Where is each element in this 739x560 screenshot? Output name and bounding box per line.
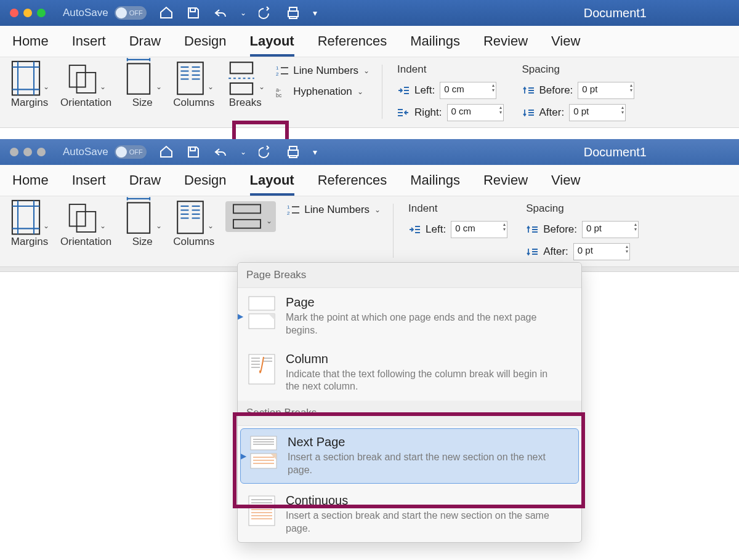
spacing-before-input[interactable]: 0 pt▴▾ bbox=[582, 221, 639, 238]
orientation-button[interactable]: ⌄ Orientation bbox=[57, 201, 115, 248]
menu-item-description: Mark the point at which one page ends an… bbox=[286, 311, 551, 337]
svg-rect-20 bbox=[230, 62, 252, 73]
spinner-icon[interactable]: ▴▾ bbox=[634, 222, 637, 232]
margins-button[interactable]: ⌄ Margins bbox=[6, 62, 53, 109]
spacing-after-input[interactable]: 0 pt▴▾ bbox=[573, 243, 630, 260]
quick-access-toolbar: ⌄ ▾ bbox=[159, 6, 317, 20]
spinner-icon[interactable]: ▴▾ bbox=[503, 222, 506, 232]
menu-item-title: Continuous bbox=[286, 494, 551, 508]
breaks-button[interactable]: ⌄ Breaks bbox=[222, 62, 269, 109]
svg-rect-50 bbox=[233, 220, 260, 228]
spinner-icon[interactable]: ▴▾ bbox=[621, 105, 624, 115]
line-numbers-button[interactable]: 12 Line Numbers⌄ bbox=[272, 62, 373, 79]
minimize-window-button[interactable] bbox=[23, 148, 32, 156]
tab-draw[interactable]: Draw bbox=[129, 172, 161, 196]
chevron-down-icon: ⌄ bbox=[357, 87, 363, 96]
indent-right-label: Right: bbox=[414, 106, 442, 119]
size-icon bbox=[123, 196, 155, 238]
home-icon[interactable] bbox=[159, 145, 174, 159]
customize-qat-icon[interactable]: ▾ bbox=[313, 147, 317, 157]
minimize-window-button[interactable] bbox=[23, 9, 32, 17]
spacing-before-icon bbox=[522, 86, 535, 95]
indent-right-input[interactable]: 0 cm▴▾ bbox=[447, 104, 504, 121]
close-window-button[interactable] bbox=[10, 9, 18, 17]
columns-button[interactable]: ⌄ Columns bbox=[169, 62, 218, 109]
titlebar: AutoSave OFF ⌄ ▾ Document1 bbox=[0, 0, 739, 26]
titlebar: AutoSave OFF ⌄ ▾ Document1 bbox=[0, 139, 739, 165]
continuous-thumb-icon bbox=[246, 494, 277, 528]
columns-button[interactable]: ⌄ Columns bbox=[169, 201, 218, 248]
tab-references[interactable]: References bbox=[318, 172, 387, 196]
ribbon: ⌄ Margins ⌄ Orientation ⌄ Size ⌄ Columns… bbox=[0, 57, 739, 128]
tab-layout[interactable]: Layout bbox=[250, 172, 294, 196]
redo-icon[interactable] bbox=[259, 145, 273, 159]
svg-rect-74 bbox=[249, 496, 275, 526]
maximize-window-button[interactable] bbox=[37, 9, 46, 17]
page-break-item[interactable]: ▶ Page Mark the point at which one page … bbox=[238, 288, 581, 345]
spinner-icon[interactable]: ▴▾ bbox=[492, 83, 495, 93]
spacing-before-icon bbox=[526, 225, 538, 234]
breaks-button-pressed[interactable]: ⌄ bbox=[222, 201, 280, 232]
print-icon[interactable] bbox=[286, 145, 301, 159]
indent-left-input[interactable]: 0 cm▴▾ bbox=[451, 221, 507, 238]
tab-insert[interactable]: Insert bbox=[72, 33, 106, 57]
autosave: AutoSave OFF bbox=[63, 6, 147, 20]
spinner-icon[interactable]: ▴▾ bbox=[499, 105, 502, 115]
line-numbers-button[interactable]: 12 Line Numbers⌄ bbox=[283, 201, 384, 218]
breaks-dropdown: Page Breaks ▶ Page Mark the point at whi… bbox=[237, 262, 582, 543]
spacing-before-input[interactable]: 0 pt▴▾ bbox=[578, 82, 634, 99]
margins-button[interactable]: ⌄ Margins bbox=[6, 201, 53, 248]
tab-review[interactable]: Review bbox=[483, 172, 528, 196]
autosave-toggle[interactable]: OFF bbox=[115, 145, 147, 159]
indent-header: Indent bbox=[408, 202, 507, 215]
spinner-icon[interactable]: ▴▾ bbox=[626, 244, 628, 254]
undo-chevron-icon[interactable]: ⌄ bbox=[240, 148, 246, 156]
tab-view[interactable]: View bbox=[551, 33, 580, 57]
close-window-button[interactable] bbox=[10, 148, 18, 156]
window-controls bbox=[10, 148, 46, 156]
spacing-after-input[interactable]: 0 pt▴▾ bbox=[569, 104, 626, 121]
undo-icon[interactable] bbox=[213, 6, 228, 20]
tab-design[interactable]: Design bbox=[184, 172, 226, 196]
window-controls bbox=[10, 9, 46, 17]
spinner-icon[interactable]: ▴▾ bbox=[630, 83, 632, 93]
tab-insert[interactable]: Insert bbox=[72, 172, 106, 196]
svg-rect-65 bbox=[251, 436, 277, 450]
customize-qat-icon[interactable]: ▾ bbox=[313, 8, 317, 18]
home-icon[interactable] bbox=[159, 6, 174, 20]
indent-left-input[interactable]: 0 cm▴▾ bbox=[440, 82, 496, 99]
autosave-label: AutoSave bbox=[63, 146, 108, 158]
save-icon[interactable] bbox=[186, 6, 201, 20]
size-button[interactable]: ⌄ Size bbox=[119, 201, 166, 248]
svg-rect-5 bbox=[69, 65, 85, 87]
tab-references[interactable]: References bbox=[318, 33, 387, 57]
next-page-section-break-item[interactable]: ▶ Next Page Insert a section break and s… bbox=[240, 428, 579, 484]
tab-view[interactable]: View bbox=[551, 172, 580, 196]
column-break-item[interactable]: Column Indicate that the text following … bbox=[238, 345, 581, 401]
indent-left-icon bbox=[408, 225, 421, 234]
tab-layout[interactable]: Layout bbox=[250, 33, 294, 57]
undo-icon[interactable] bbox=[213, 145, 228, 159]
spacing-after-label: After: bbox=[539, 106, 565, 119]
svg-rect-34 bbox=[69, 204, 85, 226]
orientation-button[interactable]: ⌄ Orientation bbox=[57, 62, 115, 109]
tab-home[interactable]: Home bbox=[12, 33, 49, 57]
tab-mailings[interactable]: Mailings bbox=[410, 33, 460, 57]
autosave-toggle[interactable]: OFF bbox=[115, 6, 147, 20]
print-icon[interactable] bbox=[286, 6, 301, 20]
tab-mailings[interactable]: Mailings bbox=[410, 172, 460, 196]
ribbon-tabs: Home Insert Draw Design Layout Reference… bbox=[0, 165, 739, 196]
size-button[interactable]: ⌄ Size bbox=[119, 62, 166, 109]
tab-home[interactable]: Home bbox=[12, 172, 49, 196]
maximize-window-button[interactable] bbox=[37, 148, 46, 156]
tab-draw[interactable]: Draw bbox=[129, 33, 161, 57]
save-icon[interactable] bbox=[186, 145, 201, 159]
undo-chevron-icon[interactable]: ⌄ bbox=[240, 9, 246, 17]
svg-text:1: 1 bbox=[287, 204, 290, 210]
columns-icon bbox=[174, 198, 206, 236]
hyphenation-button[interactable]: a-bc Hyphenation⌄ bbox=[272, 83, 373, 100]
tab-review[interactable]: Review bbox=[483, 33, 528, 57]
tab-design[interactable]: Design bbox=[184, 33, 226, 57]
continuous-section-break-item[interactable]: Continuous Insert a section break and st… bbox=[238, 486, 581, 543]
redo-icon[interactable] bbox=[259, 6, 273, 20]
